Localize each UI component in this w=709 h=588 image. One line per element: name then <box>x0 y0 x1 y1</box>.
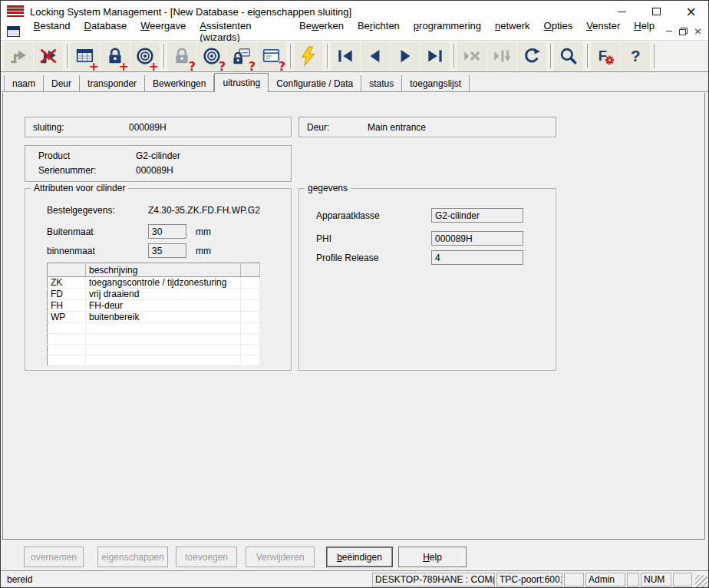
option-blank-cell <box>241 312 260 323</box>
tab-uitrusting[interactable]: uitrusting <box>214 73 269 92</box>
status-segment-admin: Admin <box>585 573 625 586</box>
inner-dimension-label: binnenmaat <box>47 246 95 256</box>
next-record-button[interactable] <box>391 42 420 71</box>
read-network-button[interactable]: ? <box>257 42 286 71</box>
empty-cell <box>241 334 260 345</box>
mdi-close-button[interactable]: × <box>691 25 705 38</box>
toolbar-separator <box>67 44 68 68</box>
outer-dimension-input[interactable]: 30 <box>148 224 186 239</box>
toolbar: +++????F? <box>1 41 708 72</box>
read-g1-lock-button[interactable]: ? <box>227 42 256 71</box>
tab-naam[interactable]: naam <box>4 75 44 91</box>
status-segment-tpc-poort-6001: TPC-poort:6001 <box>496 573 562 586</box>
previous-record-button[interactable] <box>361 42 390 71</box>
menu-item-weergave[interactable]: Weergave <box>134 20 193 43</box>
table-row[interactable]: FHFH-deur <box>48 300 260 312</box>
question-badge: ? <box>249 59 256 74</box>
new-locking-system-button[interactable]: + <box>71 42 100 71</box>
menu-item-netwerk[interactable]: netwerk <box>488 20 537 43</box>
tab-transponder[interactable]: transponder <box>80 75 145 91</box>
table-row-empty[interactable] <box>48 345 260 355</box>
status-bar: bereid DESKTOP-789HANE : COM(*)TPC-poort… <box>1 570 708 587</box>
log-off-button[interactable] <box>34 42 63 71</box>
table-row[interactable]: WPbuitenbereik <box>48 312 260 323</box>
last-record-button[interactable] <box>420 42 450 71</box>
options-table-header-row: beschrijving <box>48 263 260 277</box>
device-data-group: gegevens ApparaatklasseG2-cilinderPHI000… <box>298 188 556 371</box>
profile-release-input[interactable]: 4 <box>431 250 523 265</box>
first-record-button[interactable] <box>331 42 360 71</box>
svg-text:?: ? <box>631 47 641 64</box>
option-code-cell: FD <box>48 289 86 300</box>
new-lock-button[interactable]: + <box>101 42 130 71</box>
option-description-cell: toegangscontrole / tijdzonesturing <box>86 277 241 289</box>
option-description-cell: FH-deur <box>86 300 241 312</box>
menu-item-opties[interactable]: Opties <box>537 20 580 43</box>
menu-item-venster[interactable]: Venster <box>579 20 627 43</box>
close-button[interactable]: × <box>674 1 708 22</box>
device-data-title: gegevens <box>305 183 351 193</box>
tab-bar: naamDeurtransponderBewerkingenuitrusting… <box>1 72 708 92</box>
empty-cell <box>48 355 86 366</box>
read-lock-button[interactable]: ? <box>167 42 196 71</box>
option-code-cell: FH <box>48 300 86 312</box>
menu-item-database[interactable]: Database <box>77 20 134 43</box>
tab-configuratie-data[interactable]: Configuratie / Data <box>269 75 361 91</box>
programming-flash-icon <box>298 46 318 66</box>
product-box: Product G2-cilinder Serienummer: 000089H <box>25 145 292 182</box>
apparaatklasse-label: Apparaatklasse <box>316 210 380 221</box>
last-record-icon <box>425 46 445 66</box>
help-button[interactable]: Help <box>398 547 467 567</box>
content-area: sluiting: 000089H Deur: Main entrance Pr… <box>2 93 705 540</box>
empty-cell <box>48 323 86 334</box>
plus-badge: + <box>149 59 159 74</box>
menu-item-programmering[interactable]: programmering <box>407 20 488 43</box>
mdi-restore-button[interactable] <box>676 25 691 38</box>
refresh-button[interactable] <box>517 42 546 71</box>
menu-item-bestand[interactable]: Bestand <box>27 20 77 43</box>
menu-item-assistenten-wizards[interactable]: Assistenten (wizards) <box>193 20 292 43</box>
resize-grip-icon[interactable] <box>695 575 707 587</box>
door-value: Main entrance <box>368 122 426 133</box>
toolbar-separator <box>550 44 551 68</box>
mdi-minimize-button[interactable] <box>661 25 676 38</box>
search-button[interactable] <box>554 42 583 71</box>
be-indigen-button[interactable]: beëindigen <box>326 547 393 567</box>
status-segment-blank-2 <box>564 573 584 586</box>
table-row[interactable]: FDvrij draaiend <box>48 289 260 300</box>
filter-settings-button[interactable]: F <box>591 42 620 71</box>
inner-dimension-input[interactable]: 35 <box>148 243 186 258</box>
apply-record-button <box>487 42 516 71</box>
lock-field-box: sluiting: 000089H <box>25 117 292 137</box>
document-icon[interactable] <box>7 26 20 37</box>
options-table-header-blank-2 <box>241 263 260 277</box>
tab-bewerkingen[interactable]: Bewerkingen <box>145 75 214 91</box>
tab-toegangslijst[interactable]: toegangslijst <box>402 75 470 91</box>
new-transponder-button[interactable]: + <box>130 42 160 71</box>
table-row-empty[interactable] <box>48 323 260 334</box>
verwijderen-button: Verwijderen <box>246 547 315 567</box>
menu-item-bewerken[interactable]: Bewerken <box>292 20 351 43</box>
menu-item-help[interactable]: Help <box>627 20 661 43</box>
door-label: Deur: <box>307 122 329 133</box>
programming-flash-button[interactable] <box>294 42 323 71</box>
tab-deur[interactable]: Deur <box>44 75 80 91</box>
options-table[interactable]: beschrijvingZKtoegangscontrole / tijdzon… <box>47 263 260 366</box>
menu-item-berichten[interactable]: Berichten <box>351 20 407 43</box>
filter-settings-icon: F <box>595 46 615 66</box>
table-row-empty[interactable] <box>48 334 260 345</box>
log-off-icon <box>38 46 58 66</box>
overnemen-button: overnemen <box>24 547 84 567</box>
apparaatklasse-input[interactable]: G2-cilinder <box>431 208 523 223</box>
table-row[interactable]: ZKtoegangscontrole / tijdzonesturing <box>48 277 260 289</box>
options-table-header-beschrijving: beschrijving <box>86 263 241 277</box>
help-button[interactable]: ? <box>621 42 650 71</box>
read-transponder-button[interactable]: ? <box>197 42 226 71</box>
close-icon: × <box>685 5 696 18</box>
maximize-icon <box>652 8 661 15</box>
phi-input[interactable]: 000089H <box>431 231 523 246</box>
tab-status[interactable]: status <box>361 75 402 91</box>
window-title: Locking System Management - [New Databas… <box>30 6 351 18</box>
table-row-empty[interactable] <box>48 355 260 366</box>
question-badge: ? <box>219 59 226 74</box>
